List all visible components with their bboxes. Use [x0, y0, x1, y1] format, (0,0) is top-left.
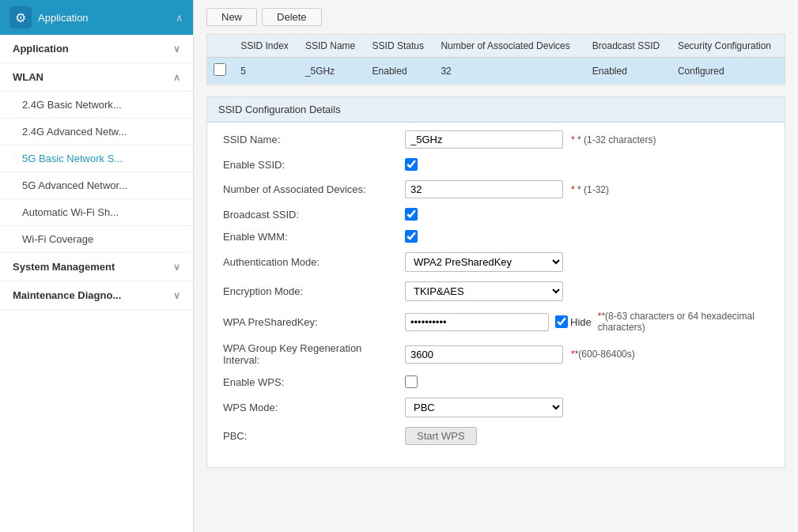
config-section: SSID Configuration Details SSID Name: * … — [206, 96, 785, 468]
broadcast-ssid-label: Broadcast SSID: — [223, 209, 397, 221]
sidebar-group-application[interactable]: Application ∨ — [0, 35, 193, 63]
wpa-key-label: WPA PreSharedKey: — [223, 316, 397, 328]
enable-wmm-checkbox[interactable] — [405, 230, 418, 243]
ssid-name-label: SSID Name: — [223, 134, 397, 145]
sidebar-group-system[interactable]: System Management ∨ — [0, 253, 193, 281]
wlan-chevron-icon: ∧ — [173, 72, 180, 83]
sidebar-header-title: Application — [38, 12, 89, 24]
form-row-enable-wmm: Enable WMM: — [223, 230, 769, 243]
form-row-enable-ssid: Enable SSID: — [223, 158, 769, 171]
ssid-name-input[interactable] — [405, 130, 563, 149]
form-row-broadcast-ssid: Broadcast SSID: — [223, 208, 769, 221]
sidebar: ⚙ Application ∧ Application ∨ WLAN ∧ 2.4… — [0, 0, 194, 532]
enc-mode-label: Encryption Mode: — [223, 285, 397, 297]
cell-associated-devices: 32 — [434, 58, 585, 85]
sidebar-item-24g-basic[interactable]: 2.4G Basic Network... — [0, 92, 193, 119]
app-chevron-icon: ∧ — [176, 12, 183, 24]
group-key-label: WPA Group Key Regeneration Interval: — [223, 342, 397, 366]
ssid-name-hint: * * (1-32 characters) — [571, 134, 656, 145]
new-button[interactable]: New — [206, 8, 257, 26]
group-key-hint: **(600-86400s) — [571, 349, 635, 360]
auth-mode-label: Authentication Mode: — [223, 256, 397, 268]
cell-broadcast-ssid: Enabled — [586, 58, 671, 85]
cell-ssid-index: 5 — [234, 58, 299, 85]
form-row-pbc: PBC: Start WPS — [223, 427, 769, 445]
config-body: SSID Name: * * (1-32 characters) Enable … — [207, 123, 785, 467]
form-row-group-key: WPA Group Key Regeneration Interval: **(… — [223, 342, 769, 366]
form-row-wps-mode: WPS Mode: PBC PIN — [223, 398, 769, 417]
sidebar-item-5g-advanced[interactable]: 5G Advanced Networ... — [0, 172, 193, 199]
sidebar-item-auto-wifi[interactable]: Automatic Wi-Fi Sh... — [0, 199, 193, 226]
application-chevron-icon: ∨ — [173, 43, 180, 55]
gear-icon: ⚙ — [9, 6, 32, 28]
col-ssid-index: SSID Index — [234, 35, 299, 58]
form-row-auth-mode: Authentication Mode: WPA2 PreSharedKey O… — [223, 252, 769, 272]
wps-mode-label: WPS Mode: — [223, 402, 397, 413]
col-broadcast-ssid: Broadcast SSID — [586, 35, 671, 58]
hide-checkbox[interactable] — [555, 315, 568, 328]
start-wps-button[interactable]: Start WPS — [405, 427, 477, 445]
col-ssid-status: SSID Status — [366, 35, 435, 58]
wpa-key-hint: **(8-63 characters or 64 hexadecimal cha… — [598, 311, 769, 333]
enable-wmm-label: Enable WMM: — [223, 231, 397, 243]
cell-ssid-status: Enabled — [366, 58, 435, 85]
ssid-table: SSID Index SSID Name SSID Status Number … — [207, 35, 785, 85]
col-ssid-name: SSID Name — [299, 35, 366, 58]
sidebar-item-5g-basic[interactable]: 5G Basic Network S... — [0, 145, 193, 172]
auth-mode-select[interactable]: WPA2 PreSharedKey Open WPA PreSharedKey … — [405, 252, 563, 272]
associated-devices-input[interactable] — [405, 180, 563, 198]
wpa-key-input[interactable] — [405, 313, 549, 331]
broadcast-ssid-checkbox[interactable] — [405, 208, 418, 221]
delete-button[interactable]: Delete — [262, 8, 322, 26]
form-row-enable-wps: Enable WPS: — [223, 375, 769, 388]
form-row-associated-devices: Number of Associated Devices: * * (1-32) — [223, 180, 769, 198]
ssid-table-container: SSID Index SSID Name SSID Status Number … — [206, 34, 785, 85]
enable-ssid-label: Enable SSID: — [223, 159, 397, 171]
enc-mode-select[interactable]: TKIP&AES TKIP AES — [405, 281, 563, 301]
form-row-enc-mode: Encryption Mode: TKIP&AES TKIP AES — [223, 281, 769, 301]
enable-ssid-checkbox[interactable] — [405, 158, 418, 171]
main-content: New Delete SSID Index SSID Name SSID Sta… — [194, 0, 798, 532]
col-security-config: Security Configuration — [671, 35, 785, 58]
row-checkbox[interactable] — [214, 63, 226, 76]
col-associated-devices: Number of Associated Devices — [434, 35, 585, 58]
top-buttons: New Delete — [206, 8, 785, 26]
hide-label[interactable]: Hide — [555, 315, 592, 328]
form-row-wpa-key: WPA PreSharedKey: Hide **(8-63 character… — [223, 311, 769, 333]
group-key-input[interactable] — [405, 345, 563, 364]
sidebar-group-maintenance-label: Maintenance Diagno... — [13, 289, 121, 301]
sidebar-group-maintenance[interactable]: Maintenance Diagno... ∨ — [0, 281, 193, 310]
table-row[interactable]: 5 _5GHz Enabled 32 Enabled Configured — [207, 58, 785, 85]
associated-devices-label: Number of Associated Devices: — [223, 183, 397, 195]
col-checkbox — [207, 35, 234, 58]
sidebar-item-24g-advanced[interactable]: 2.4G Advanced Netw... — [0, 119, 193, 145]
sidebar-group-application-label: Application — [13, 43, 69, 55]
cell-ssid-name: _5GHz — [299, 58, 366, 85]
associated-devices-hint: * * (1-32) — [571, 184, 609, 195]
config-title: SSID Configuration Details — [207, 97, 785, 123]
sidebar-group-wlan[interactable]: WLAN ∧ — [0, 63, 193, 92]
maintenance-chevron-icon: ∨ — [173, 290, 180, 301]
sidebar-group-wlan-label: WLAN — [13, 71, 43, 83]
wpa-key-row: Hide **(8-63 characters or 64 hexadecima… — [405, 311, 769, 333]
sidebar-header: ⚙ Application ∧ — [0, 0, 193, 35]
form-row-ssid-name: SSID Name: * * (1-32 characters) — [223, 130, 769, 149]
enable-wps-checkbox[interactable] — [405, 375, 418, 388]
pbc-label: PBC: — [223, 430, 397, 442]
cell-security-config: Configured — [671, 58, 785, 85]
wps-mode-select[interactable]: PBC PIN — [405, 398, 563, 417]
system-chevron-icon: ∨ — [173, 262, 180, 273]
sidebar-group-system-label: System Management — [13, 261, 115, 273]
enable-wps-label: Enable WPS: — [223, 376, 397, 388]
sidebar-item-wifi-coverage[interactable]: Wi-Fi Coverage — [0, 226, 193, 253]
